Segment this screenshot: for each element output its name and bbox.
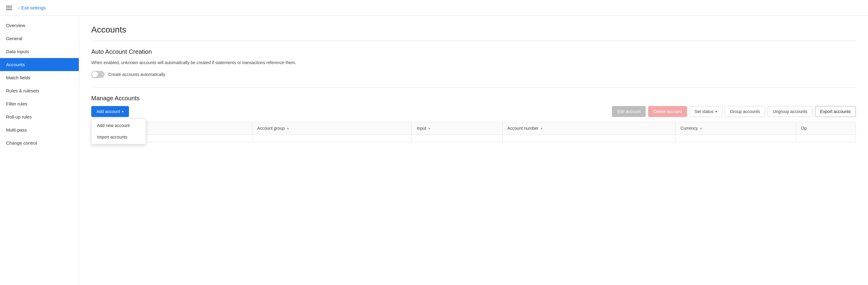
add-account-button[interactable]: Add account ▾	[91, 106, 129, 117]
empty-cell-4	[502, 135, 676, 142]
manage-accounts-title: Manage Accounts	[91, 95, 856, 102]
sidebar-item-roll-up-rules[interactable]: Roll-up rules	[0, 110, 79, 123]
sort-arrow-currency: ▾	[700, 127, 702, 130]
set-status-button[interactable]: Set status ▾	[689, 106, 722, 117]
divider-1	[91, 41, 856, 41]
accounts-table: Account status ▾ Account group ▾ Input ▾	[92, 122, 856, 142]
accounts-table-header-row: Account status ▾ Account group ▾ Input ▾	[92, 122, 856, 135]
set-status-label: Set status	[695, 109, 713, 114]
accounts-table-container: Account status ▾ Account group ▾ Input ▾	[91, 122, 856, 142]
chevron-left-icon: ‹	[18, 5, 20, 10]
col-currency[interactable]: Currency ▾	[676, 122, 796, 135]
group-accounts-button[interactable]: Group accounts	[725, 106, 765, 117]
add-account-arrow-icon: ▾	[122, 110, 124, 114]
page-title: Accounts	[91, 25, 856, 35]
export-accounts-button[interactable]: Export accounts	[815, 106, 856, 117]
edit-account-label: Edit account	[617, 109, 641, 114]
add-account-dropdown-menu: Add new account Import accounts	[91, 118, 146, 144]
ungroup-accounts-button[interactable]: Ungroup accounts	[768, 106, 813, 117]
auto-account-description: When enabled, unknown accounts will auto…	[91, 60, 856, 66]
accounts-table-body	[92, 135, 856, 142]
sidebar-item-data-inputs[interactable]: Data inputs	[0, 45, 79, 58]
sidebar: OverviewGeneralData inputsAccountsMatch …	[0, 16, 79, 285]
sidebar-item-change-control[interactable]: Change control	[0, 136, 79, 149]
empty-cell-6	[796, 135, 856, 142]
manage-accounts-section: Manage Accounts Add account ▾ Add new ac…	[91, 95, 856, 142]
divider-2	[91, 87, 856, 87]
topbar: ‹ Exit settings	[0, 0, 868, 16]
table-row-empty	[92, 135, 856, 142]
toggle-row: Create accounts automatically	[91, 71, 856, 78]
toggle-label: Create accounts automatically	[108, 72, 165, 77]
sidebar-item-rules-rulesets[interactable]: Rules & rulesets	[0, 84, 79, 97]
sort-arrow-group: ▾	[287, 127, 289, 130]
add-account-label: Add account	[96, 109, 120, 114]
set-status-arrow-icon: ▾	[715, 110, 717, 114]
accounts-toolbar: Add account ▾ Add new account Import acc…	[91, 106, 856, 117]
ungroup-accounts-label: Ungroup accounts	[773, 109, 807, 114]
sidebar-item-general[interactable]: General	[0, 32, 79, 45]
col-account-number[interactable]: Account number ▾	[502, 122, 676, 135]
sort-arrow-input: ▾	[429, 127, 430, 130]
sidebar-item-overview[interactable]: Overview	[0, 19, 79, 32]
empty-cell-2	[252, 135, 411, 142]
main-layout: OverviewGeneralData inputsAccountsMatch …	[0, 16, 868, 285]
empty-cell-5	[676, 135, 796, 142]
group-accounts-label: Group accounts	[730, 109, 760, 114]
add-account-dropdown-container: Add account ▾ Add new account Import acc…	[91, 106, 129, 117]
col-input[interactable]: Input ▾	[412, 122, 502, 135]
hamburger-icon[interactable]	[6, 5, 12, 11]
sidebar-item-filter-rules[interactable]: Filter rules	[0, 97, 79, 110]
content-area: Accounts Auto Account Creation When enab…	[79, 16, 868, 285]
sidebar-item-multi-pass[interactable]: Multi-pass	[0, 123, 79, 136]
sort-arrow-account-number: ▾	[541, 127, 542, 130]
empty-cell-3	[412, 135, 502, 142]
edit-account-button[interactable]: Edit account	[612, 106, 646, 117]
accounts-table-head: Account status ▾ Account group ▾ Input ▾	[92, 122, 856, 135]
sidebar-item-accounts[interactable]: Accounts	[0, 58, 79, 71]
sidebar-item-match-fields[interactable]: Match fields	[0, 71, 79, 84]
auto-account-section: Auto Account Creation When enabled, unkn…	[91, 48, 856, 78]
auto-account-title: Auto Account Creation	[91, 48, 856, 55]
import-accounts-item[interactable]: Import accounts	[92, 131, 146, 143]
col-account-group[interactable]: Account group ▾	[252, 122, 411, 135]
delete-account-button[interactable]: Delete account	[648, 106, 687, 117]
auto-account-toggle[interactable]	[91, 71, 104, 78]
export-accounts-label: Export accounts	[820, 109, 851, 114]
exit-settings-label: Exit settings	[21, 5, 46, 10]
col-op: Op	[796, 122, 856, 135]
exit-settings-link[interactable]: ‹ Exit settings	[18, 5, 46, 10]
delete-account-label: Delete account	[653, 109, 682, 114]
add-new-account-item[interactable]: Add new account	[92, 120, 146, 131]
